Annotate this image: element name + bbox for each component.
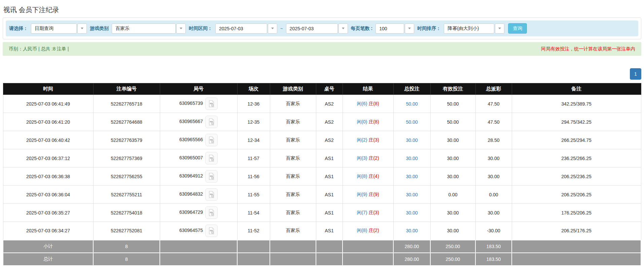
date-from-value[interactable]: 2025-07-03 bbox=[215, 24, 267, 34]
date-from-select[interactable]: 2025-07-03 bbox=[215, 24, 277, 34]
cell-result: 闲(2) 庄(3) bbox=[343, 131, 393, 149]
page-size-dropdown-button[interactable] bbox=[405, 24, 414, 34]
cell-bet-id: 522627764688 bbox=[93, 113, 160, 131]
filter-panel: 请选择： 日期查询 游戏类别 百家乐 时间区间： 2025-07-03 ~ 20… bbox=[3, 17, 641, 39]
total-bet-link[interactable]: 30.00 bbox=[406, 156, 418, 161]
round-id-value: 630965566 bbox=[179, 137, 203, 142]
cell-time: 2025-07-03 06:37:12 bbox=[3, 149, 93, 167]
query-mode-select[interactable]: 日期查询 bbox=[31, 24, 87, 34]
result-player: 闲(0) bbox=[357, 119, 367, 124]
cell-table-id: AS2 bbox=[316, 95, 343, 113]
subtotal-total-bet: 280.00 bbox=[393, 240, 430, 253]
cell-round-id: 630964912 bbox=[160, 167, 237, 186]
cell-valid-bet: 50.00 bbox=[430, 95, 475, 113]
total-bet-link[interactable]: 30.00 bbox=[406, 138, 418, 143]
header-payout: 总派彩 bbox=[475, 83, 512, 95]
round-id-value: 630964912 bbox=[179, 173, 203, 179]
game-type-value[interactable]: 百家乐 bbox=[112, 24, 176, 34]
total-bet-link[interactable]: 50.00 bbox=[406, 119, 418, 125]
cell-session: 11-52 bbox=[237, 222, 270, 240]
game-type-dropdown-button[interactable] bbox=[176, 24, 186, 34]
table-row: 2025-07-03 06:36:38 522627756255 6309649… bbox=[3, 167, 641, 186]
result-banker: 庄(2) bbox=[368, 228, 379, 233]
cell-valid-bet: 30.00 bbox=[430, 131, 475, 149]
header-bet-id: 注单编号 bbox=[93, 83, 160, 95]
video-file-icon bbox=[208, 100, 215, 108]
cell-remark: 236.25/266.25 bbox=[512, 149, 641, 167]
empty-cell bbox=[512, 253, 641, 266]
cell-time: 2025-07-03 06:41:20 bbox=[3, 113, 93, 131]
sort-order-select[interactable]: 降幂(由大到小) bbox=[444, 24, 504, 34]
empty-cell bbox=[270, 253, 316, 266]
cell-time: 2025-07-03 06:35:27 bbox=[3, 204, 93, 222]
empty-cell bbox=[316, 253, 343, 266]
cell-game-type: 百家乐 bbox=[270, 204, 316, 222]
header-remark: 备注 bbox=[512, 83, 641, 95]
video-replay-button[interactable] bbox=[205, 152, 218, 164]
cell-round-id: 630965739 bbox=[160, 95, 237, 113]
chevron-down-icon bbox=[342, 28, 345, 29]
total-payout: 183.50 bbox=[475, 253, 512, 266]
query-mode-dropdown-button[interactable] bbox=[77, 24, 87, 34]
cell-valid-bet: 30.00 bbox=[430, 222, 475, 240]
table-row: 2025-07-03 06:37:12 522627757369 6309650… bbox=[3, 149, 641, 167]
total-bet-link[interactable]: 30.00 bbox=[406, 174, 418, 179]
date-from-dropdown-button[interactable] bbox=[268, 24, 277, 34]
video-replay-button[interactable] bbox=[205, 116, 218, 128]
game-type-select[interactable]: 百家乐 bbox=[112, 24, 186, 34]
total-bet-link[interactable]: 30.00 bbox=[406, 228, 418, 233]
date-to-dropdown-button[interactable] bbox=[338, 24, 348, 34]
subtotal-payout: 183.50 bbox=[475, 240, 512, 253]
cell-table-id: AS1 bbox=[316, 149, 343, 167]
query-mode-value[interactable]: 日期查询 bbox=[31, 24, 77, 34]
video-replay-button[interactable] bbox=[205, 97, 218, 110]
summary-currency-count: 币别：人民币 | 总共 :8 注单 | bbox=[9, 46, 69, 52]
video-replay-button[interactable] bbox=[205, 134, 218, 146]
header-time: 时间 bbox=[3, 83, 93, 95]
cell-total-bet: 30.00 bbox=[393, 186, 430, 204]
cell-round-id: 630964729 bbox=[160, 204, 237, 222]
empty-cell bbox=[160, 253, 237, 266]
cell-time: 2025-07-03 06:40:42 bbox=[3, 131, 93, 149]
cell-round-id: 630965007 bbox=[160, 149, 237, 167]
cell-game-type: 百家乐 bbox=[270, 186, 316, 204]
cell-round-id: 630964575 bbox=[160, 222, 237, 240]
page-size-select[interactable]: 100 bbox=[375, 24, 414, 34]
cell-total-bet: 30.00 bbox=[393, 204, 430, 222]
cell-valid-bet: 30.00 bbox=[430, 167, 475, 186]
cell-result: 闲(7) 庄(3) bbox=[343, 204, 393, 222]
page-size-value[interactable]: 100 bbox=[375, 24, 404, 34]
search-button[interactable]: 查询 bbox=[508, 23, 527, 34]
page-title: 视讯 会员下注纪录 bbox=[3, 5, 641, 14]
round-id-value: 630965667 bbox=[179, 119, 203, 124]
cell-session: 12-35 bbox=[237, 113, 270, 131]
video-file-icon bbox=[208, 227, 215, 235]
cell-remark: 342.25/389.75 bbox=[512, 95, 641, 113]
cell-total-bet: 30.00 bbox=[393, 131, 430, 149]
total-bet-link[interactable]: 50.00 bbox=[406, 101, 418, 107]
sort-order-value[interactable]: 降幂(由大到小) bbox=[444, 24, 494, 34]
table-row: 2025-07-03 06:41:20 522627764688 6309656… bbox=[3, 113, 641, 131]
cell-time: 2025-07-03 06:34:27 bbox=[3, 222, 93, 240]
video-replay-button[interactable] bbox=[205, 170, 218, 183]
total-count: 8 bbox=[93, 253, 160, 266]
subtotal-label: 小计 bbox=[3, 240, 93, 253]
video-replay-button[interactable] bbox=[205, 225, 218, 237]
video-replay-button[interactable] bbox=[205, 188, 218, 201]
video-replay-button[interactable] bbox=[205, 206, 218, 219]
result-banker: 庄(3) bbox=[368, 210, 379, 215]
date-range-separator: ~ bbox=[280, 26, 283, 31]
cell-remark: 206.25/206.25 bbox=[512, 186, 641, 204]
video-file-icon bbox=[208, 118, 215, 126]
table-row: 2025-07-03 06:36:04 522627755211 6309648… bbox=[3, 186, 641, 204]
sort-order-dropdown-button[interactable] bbox=[495, 24, 504, 34]
summary-bar: 币别：人民币 | 总共 :8 注单 | 同局有效投注，统一计算在该局第一张注单内 bbox=[3, 42, 641, 56]
result-banker: 庄(8) bbox=[368, 119, 379, 124]
pagination-page-1-button[interactable]: 1 bbox=[630, 68, 641, 80]
date-to-value[interactable]: 2025-07-03 bbox=[286, 24, 338, 34]
total-bet-link[interactable]: 30.00 bbox=[406, 210, 418, 216]
cell-total-bet: 50.00 bbox=[393, 113, 430, 131]
total-bet-link[interactable]: 30.00 bbox=[406, 192, 418, 197]
date-to-select[interactable]: 2025-07-03 bbox=[286, 24, 348, 34]
empty-cell bbox=[343, 240, 393, 253]
